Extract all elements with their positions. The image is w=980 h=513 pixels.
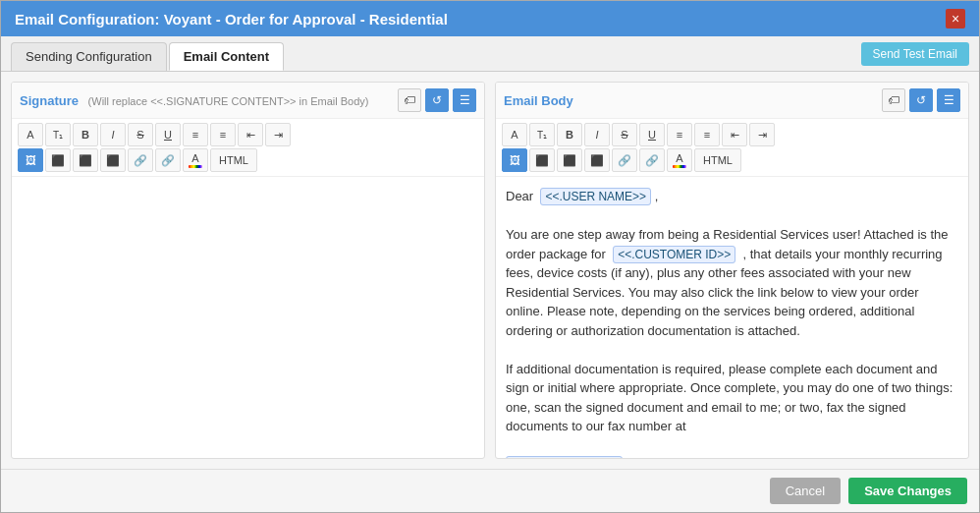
email-body-menu-icon[interactable]: ☰ — [937, 88, 960, 112]
email-body-toolbar-row2: 🖼 ⬛ ⬛ ⬛ 🔗 🔗 A HTML — [502, 148, 962, 172]
sig-indent-btn[interactable]: ⇥ — [265, 123, 291, 146]
sig-text-style-btn[interactable]: T₁ — [45, 123, 71, 146]
email-body-panel-icons: 🏷 ↺ ☰ — [882, 88, 960, 112]
signature-tag-icon[interactable]: 🏷 — [398, 88, 421, 112]
color-icon: A — [189, 152, 202, 168]
sig-strikethrough-btn[interactable]: S — [128, 123, 153, 146]
signature-subtitle: (Will replace <<.SIGNATURE CONTENT>> in … — [88, 95, 369, 107]
sig-list-ol-btn[interactable]: ≡ — [210, 123, 236, 146]
signature-title: Signature — [20, 93, 79, 108]
eb-outdent-btn[interactable]: ⇤ — [722, 123, 747, 146]
email-body-tag-icon[interactable]: 🏷 — [882, 88, 905, 112]
signature-panel-icons: 🏷 ↺ ☰ — [398, 88, 476, 112]
fax-tag[interactable]: <<.FAX NUMBER>> — [506, 456, 623, 458]
email-body-panel: Email Body 🏷 ↺ ☰ A T₁ B I S — [495, 82, 969, 459]
sig-italic-btn[interactable]: I — [100, 123, 126, 146]
modal-footer: Cancel Save Changes — [1, 469, 979, 512]
email-para1: You are one step away from being a Resid… — [506, 225, 958, 340]
email-para2: If additional documentation is required,… — [506, 360, 958, 459]
sig-bold-btn[interactable]: B — [73, 123, 98, 146]
sig-list-ul-btn[interactable]: ≡ — [183, 123, 208, 146]
eb-unlink-btn[interactable]: 🔗 — [639, 148, 665, 172]
email-body-toolbar: A T₁ B I S U ≡ ≡ ⇤ ⇥ 🖼 ⬛ ⬛ — [496, 119, 968, 177]
tab-sending-configuration[interactable]: Sending Configuration — [11, 42, 167, 71]
eb-html-btn[interactable]: HTML — [694, 148, 741, 172]
eb-underline-btn[interactable]: U — [639, 123, 665, 146]
modal-body: Sending Configuration Email Content Send… — [1, 36, 979, 469]
eb-font-btn[interactable]: A — [502, 123, 527, 146]
modal-title: Email Configuration: Voyant - Order for … — [15, 11, 448, 28]
eb-image-btn[interactable]: 🖼 — [502, 148, 527, 172]
email-body-toolbar-row1: A T₁ B I S U ≡ ≡ ⇤ ⇥ — [502, 123, 962, 146]
signature-toolbar-row1: A T₁ B I S U ≡ ≡ ⇤ ⇥ — [18, 123, 478, 146]
username-tag[interactable]: <<.USER NAME>> — [540, 188, 651, 205]
signature-panel: Signature (Will replace <<.SIGNATURE CON… — [11, 82, 485, 459]
signature-refresh-icon[interactable]: ↺ — [425, 88, 449, 112]
eb-list-ol-btn[interactable]: ≡ — [694, 123, 720, 146]
sig-link-btn[interactable]: 🔗 — [128, 148, 153, 172]
modal: Email Configuration: Voyant - Order for … — [0, 0, 980, 513]
editors-area: Signature (Will replace <<.SIGNATURE CON… — [1, 72, 979, 469]
eb-link-btn[interactable]: 🔗 — [612, 148, 637, 172]
tabs-bar: Sending Configuration Email Content Send… — [1, 36, 979, 72]
sig-unlink-btn[interactable]: 🔗 — [155, 148, 181, 172]
eb-strikethrough-btn[interactable]: S — [612, 123, 637, 146]
signature-panel-header: Signature (Will replace <<.SIGNATURE CON… — [12, 83, 484, 119]
email-body-title: Email Body — [504, 93, 573, 108]
sig-underline-btn[interactable]: U — [155, 123, 181, 146]
tab-email-content[interactable]: Email Content — [169, 42, 284, 71]
email-body-panel-header: Email Body 🏷 ↺ ☰ — [496, 83, 968, 119]
tabs-left: Sending Configuration Email Content — [11, 42, 286, 71]
eb-align-center-btn[interactable]: ⬛ — [557, 148, 582, 172]
eb-color-icon: A — [673, 152, 686, 168]
eb-bold-btn[interactable]: B — [557, 123, 582, 146]
close-button[interactable]: × — [946, 9, 965, 28]
eb-color-btn[interactable]: A — [667, 148, 692, 172]
modal-header: Email Configuration: Voyant - Order for … — [1, 1, 979, 36]
signature-menu-icon[interactable]: ☰ — [453, 88, 476, 112]
send-test-email-button[interactable]: Send Test Email — [861, 42, 970, 66]
signature-content-area[interactable] — [12, 177, 484, 458]
eb-indent-btn[interactable]: ⇥ — [749, 123, 775, 146]
color-bar — [189, 165, 202, 168]
customer-id-tag[interactable]: <<.CUSTOMER ID>> — [613, 246, 735, 263]
eb-italic-btn[interactable]: I — [584, 123, 610, 146]
sig-color-btn[interactable]: A — [183, 148, 208, 172]
sig-html-btn[interactable]: HTML — [210, 148, 257, 172]
eb-align-left-btn[interactable]: ⬛ — [529, 148, 555, 172]
sig-outdent-btn[interactable]: ⇤ — [238, 123, 263, 146]
eb-align-right-btn[interactable]: ⬛ — [584, 148, 610, 172]
sig-font-btn[interactable]: A — [18, 123, 43, 146]
sig-image-btn[interactable]: 🖼 — [18, 148, 43, 172]
dear-suffix: , — [655, 189, 659, 203]
signature-toolbar-row2: 🖼 ⬛ ⬛ ⬛ 🔗 🔗 A HTML — [18, 148, 478, 172]
sig-align-left-btn[interactable]: ⬛ — [45, 148, 71, 172]
email-dear-line: Dear <<.USER NAME>> , — [506, 187, 958, 206]
eb-list-ul-btn[interactable]: ≡ — [667, 123, 692, 146]
email-body-content-area[interactable]: Dear <<.USER NAME>> , You are one step a… — [496, 177, 968, 458]
signature-toolbar: A T₁ B I S U ≡ ≡ ⇤ ⇥ 🖼 ⬛ ⬛ — [12, 119, 484, 177]
sig-align-center-btn[interactable]: ⬛ — [73, 148, 98, 172]
eb-color-bar — [673, 165, 686, 168]
dear-prefix: Dear — [506, 189, 533, 203]
cancel-button[interactable]: Cancel — [770, 478, 841, 504]
email-body-refresh-icon[interactable]: ↺ — [909, 88, 933, 112]
eb-text-style-btn[interactable]: T₁ — [529, 123, 555, 146]
sig-align-right-btn[interactable]: ⬛ — [100, 148, 126, 172]
save-changes-button[interactable]: Save Changes — [848, 478, 967, 504]
